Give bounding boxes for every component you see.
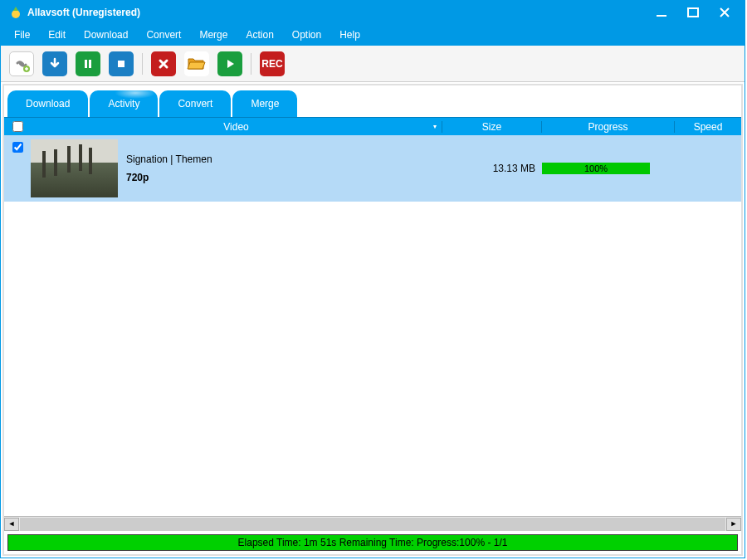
svg-rect-1 (657, 15, 666, 17)
pause-button[interactable] (76, 51, 100, 76)
tab-activity[interactable]: Activity (90, 90, 158, 117)
svg-rect-4 (85, 60, 87, 68)
menu-action[interactable]: Action (237, 27, 281, 43)
select-all-checkbox[interactable] (12, 121, 23, 132)
status-bar: Elapsed Time: 1m 51s Remaining Time: Pro… (7, 534, 738, 551)
svg-rect-2 (688, 8, 698, 17)
menu-merge[interactable]: Merge (191, 27, 236, 43)
app-icon (9, 6, 22, 19)
header-video[interactable]: Video ▾ (31, 121, 442, 133)
content-area: Download Activity Convert Merge Video ▾ … (2, 84, 743, 556)
header-progress[interactable]: Progress (542, 121, 675, 133)
scroll-right-button[interactable]: ► (726, 518, 741, 531)
scroll-left-button[interactable]: ◄ (4, 518, 19, 531)
window-controls (653, 4, 733, 21)
svg-rect-5 (89, 60, 91, 68)
tab-download[interactable]: Download (7, 90, 88, 117)
header-video-label: Video (223, 121, 248, 133)
sort-indicator-icon: ▾ (433, 123, 437, 130)
record-button[interactable]: REC (260, 51, 285, 76)
row-info: Signation | Themen 720p (126, 153, 442, 183)
video-quality: 720p (126, 172, 442, 183)
toolbar: REC (1, 46, 745, 82)
video-thumbnail (31, 139, 118, 197)
menu-edit[interactable]: Edit (40, 27, 74, 43)
horizontal-scrollbar[interactable]: ◄ ► (4, 516, 741, 531)
svg-rect-6 (118, 61, 124, 67)
stop-button[interactable] (109, 51, 134, 76)
row-checkbox[interactable] (12, 142, 23, 153)
scroll-track[interactable] (20, 518, 725, 531)
table-body: Signation | Themen 720p 13.13 MB 100% (4, 135, 741, 516)
play-button[interactable] (217, 51, 242, 76)
window-title: Allavsoft (Unregistered) (27, 7, 653, 18)
table-header: Video ▾ Size Progress Speed (4, 117, 741, 135)
titlebar: Allavsoft (Unregistered) (1, 1, 745, 24)
maximize-button[interactable] (685, 4, 701, 21)
tab-convert[interactable]: Convert (159, 90, 231, 117)
paste-url-button[interactable] (9, 51, 34, 76)
toolbar-separator (142, 53, 143, 75)
video-title: Signation | Themen (126, 153, 442, 165)
header-size[interactable]: Size (442, 121, 542, 133)
delete-button[interactable] (151, 51, 176, 76)
toolbar-separator (251, 53, 251, 75)
header-speed[interactable]: Speed (675, 121, 741, 133)
menubar: File Edit Download Convert Merge Action … (1, 24, 745, 46)
status-text: Elapsed Time: 1m 51s Remaining Time: Pro… (238, 537, 508, 548)
progress-cell: 100% (542, 163, 675, 174)
record-label: REC (261, 58, 282, 70)
menu-option[interactable]: Option (284, 27, 330, 43)
open-folder-button[interactable] (184, 51, 209, 76)
video-size: 13.13 MB (442, 163, 542, 174)
menu-convert[interactable]: Convert (138, 27, 189, 43)
app-window: Allavsoft (Unregistered) File Edit Downl… (0, 0, 745, 558)
menu-file[interactable]: File (6, 27, 38, 43)
tabs: Download Activity Convert Merge (7, 90, 741, 117)
menu-download[interactable]: Download (76, 27, 136, 43)
minimize-button[interactable] (653, 4, 670, 21)
close-button[interactable] (716, 4, 733, 21)
row-check-cell (4, 140, 31, 155)
progress-bar: 100% (542, 163, 650, 174)
svg-point-0 (12, 10, 20, 18)
tab-merge[interactable]: Merge (232, 90, 297, 117)
menu-help[interactable]: Help (331, 27, 369, 43)
header-select-all[interactable] (4, 120, 31, 134)
table-row[interactable]: Signation | Themen 720p 13.13 MB 100% (4, 135, 741, 202)
download-button[interactable] (42, 51, 67, 76)
